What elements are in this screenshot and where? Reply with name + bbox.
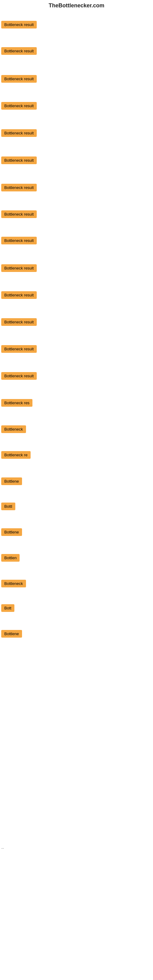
footnote: ... — [1, 846, 4, 849]
bottleneck-item: Bottleneck result — [1, 291, 37, 300]
bottleneck-item: Bottl — [1, 503, 15, 511]
bottleneck-badge[interactable]: Bottleneck result — [1, 345, 37, 353]
bottleneck-item: Bottlene — [1, 528, 22, 537]
bottleneck-badge[interactable]: Bottlene — [1, 630, 22, 638]
items-container: Bottleneck resultBottleneck resultBottle… — [0, 13, 153, 962]
bottleneck-badge[interactable]: Bottleneck result — [1, 372, 37, 380]
bottleneck-item: Bottleneck result — [1, 21, 37, 30]
bottleneck-item: Bottleneck result — [1, 156, 37, 165]
bottleneck-badge[interactable]: Bottleneck result — [1, 291, 37, 299]
bottleneck-item: Bottleneck result — [1, 345, 37, 354]
bottleneck-item: Bottleneck result — [1, 264, 37, 273]
bottleneck-badge[interactable]: Bottleneck res — [1, 399, 32, 407]
bottleneck-item: Bottleneck result — [1, 318, 37, 327]
bottleneck-item: Bottleneck result — [1, 237, 37, 246]
bottleneck-badge[interactable]: Bottleneck result — [1, 129, 37, 137]
bottleneck-badge[interactable]: Bottleneck result — [1, 21, 37, 29]
bottleneck-item: Bottlen — [1, 554, 19, 563]
bottleneck-badge[interactable]: Bottleneck result — [1, 318, 37, 326]
bottleneck-badge[interactable]: Bottleneck result — [1, 75, 37, 83]
bottleneck-item: Bottleneck result — [1, 210, 37, 219]
bottleneck-item: Bottlene — [1, 630, 22, 639]
bottleneck-item: Bottleneck — [1, 425, 26, 434]
bottleneck-item: Bottleneck re — [1, 451, 30, 460]
bottleneck-badge[interactable]: Bottleneck result — [1, 237, 37, 244]
bottleneck-badge[interactable]: Bottlen — [1, 554, 19, 562]
bottleneck-item: Bottleneck res — [1, 399, 32, 408]
bottleneck-badge[interactable]: Bottlene — [1, 528, 22, 536]
bottleneck-badge[interactable]: Bottleneck — [1, 425, 26, 433]
bottleneck-item: Bottlene — [1, 477, 22, 486]
bottleneck-item: Bott — [1, 604, 14, 613]
bottleneck-badge[interactable]: Bottleneck result — [1, 210, 37, 218]
bottleneck-item: Bottleneck result — [1, 129, 37, 138]
bottleneck-badge[interactable]: Bottleneck result — [1, 156, 37, 164]
bottleneck-badge[interactable]: Bottleneck result — [1, 102, 37, 110]
bottleneck-item: Bottleneck result — [1, 75, 37, 84]
bottleneck-badge[interactable]: Bottleneck result — [1, 264, 37, 272]
bottleneck-badge[interactable]: Bott — [1, 604, 14, 612]
bottleneck-badge[interactable]: Bottl — [1, 503, 15, 510]
bottleneck-item: Bottleneck result — [1, 184, 37, 192]
bottleneck-item: Bottleneck result — [1, 47, 37, 56]
bottleneck-badge[interactable]: Bottlene — [1, 477, 22, 485]
bottleneck-item: Bottleneck result — [1, 372, 37, 381]
site-title: TheBottlenecker.com — [0, 0, 153, 13]
bottleneck-badge[interactable]: Bottleneck result — [1, 47, 37, 55]
bottleneck-badge[interactable]: Bottleneck result — [1, 184, 37, 191]
bottleneck-item: Bottleneck result — [1, 102, 37, 111]
bottleneck-item: Bottleneck — [1, 580, 26, 589]
bottleneck-badge[interactable]: Bottleneck — [1, 580, 26, 587]
bottleneck-badge[interactable]: Bottleneck re — [1, 451, 30, 459]
